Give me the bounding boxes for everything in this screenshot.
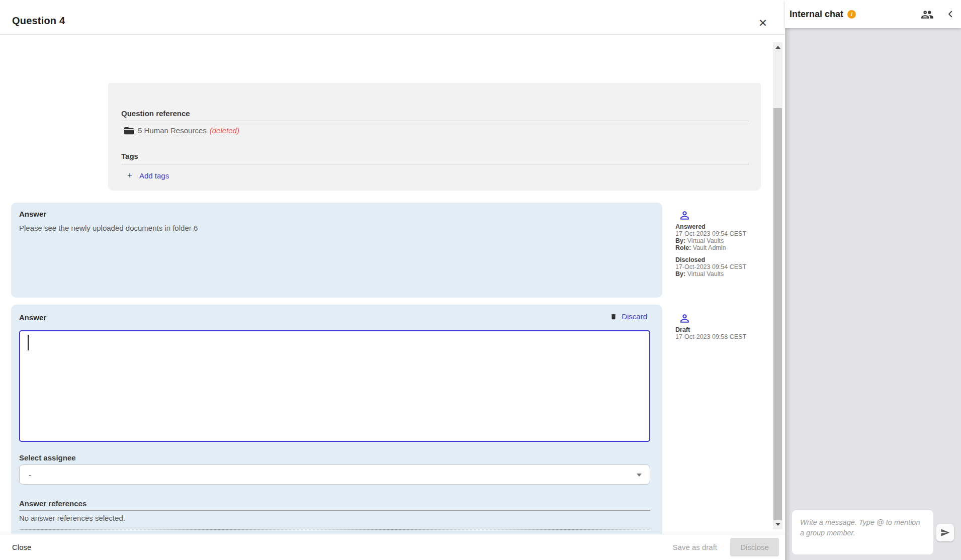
- divider: [121, 164, 749, 164]
- person-icon: [678, 209, 691, 222]
- chat-input-container: [792, 510, 933, 554]
- draft-label: Draft: [675, 326, 756, 333]
- scrollbar[interactable]: [773, 42, 782, 529]
- chevron-left-icon: [946, 10, 955, 19]
- send-icon: [940, 528, 950, 537]
- close-icon: ✕: [758, 17, 767, 29]
- question-details-panel: Question reference 5 Human Resources (de…: [108, 83, 761, 190]
- add-tags-button[interactable]: + Add tags: [127, 170, 169, 180]
- assignee-select[interactable]: -: [19, 464, 650, 485]
- draft-answer-panel: Answer Discard Select assignee - Answer …: [11, 305, 662, 549]
- divider: [121, 121, 749, 121]
- collapse-chat-button[interactable]: [946, 10, 955, 19]
- plus-icon: +: [127, 170, 132, 180]
- chat-header: Internal chat i: [785, 0, 961, 28]
- references-empty-text: No answer references selected.: [19, 514, 125, 522]
- assignee-label: Select assignee: [19, 453, 76, 462]
- chat-message-input[interactable]: [792, 510, 933, 554]
- send-button[interactable]: [936, 524, 954, 541]
- answered-by: By: Virtual Vaults: [675, 237, 756, 244]
- answer-heading: Answer: [19, 313, 46, 322]
- close-footer-button[interactable]: Close: [12, 543, 31, 551]
- draft-timestamp: 17-Oct-2023 09:58 CEST: [675, 333, 756, 340]
- folder-icon: [124, 127, 134, 135]
- assignee-value: -: [29, 471, 31, 479]
- chat-members-button[interactable]: [921, 9, 934, 20]
- disclosed-timestamp: 17-Oct-2023 09:54 CEST: [675, 263, 756, 270]
- answer-textarea[interactable]: [19, 330, 650, 442]
- disclose-button[interactable]: Disclose: [730, 538, 779, 556]
- answer-heading: Answer: [19, 210, 654, 218]
- answered-timestamp: 17-Oct-2023 09:54 CEST: [675, 230, 756, 237]
- divider: [19, 510, 650, 511]
- scrollbar-thumb[interactable]: [773, 108, 782, 520]
- question-dialog: Question 4 ✕ Question reference 5 Human …: [0, 0, 785, 560]
- answer-text: Please see the newly uploaded documents …: [19, 224, 654, 232]
- answered-role: Role: Vault Admin: [675, 244, 756, 251]
- dotted-divider: [19, 529, 650, 530]
- people-icon: [921, 9, 934, 20]
- trash-icon: [610, 313, 617, 321]
- draft-answer-meta: Draft 17-Oct-2023 09:58 CEST: [675, 312, 756, 340]
- question-reference-item: 5 Human Resources (deleted): [124, 126, 239, 135]
- disclosed-by: By: Virtual Vaults: [675, 270, 756, 277]
- tags-heading: Tags: [121, 152, 138, 160]
- scroll-up-arrow-icon[interactable]: [773, 43, 782, 51]
- page-title: Question 4: [12, 15, 65, 27]
- question-reference-name: 5 Human Resources: [138, 126, 207, 135]
- question-reference-heading: Question reference: [121, 109, 190, 118]
- text-caret: [28, 335, 29, 350]
- disclosed-label: Disclosed: [675, 256, 756, 263]
- dialog-scroll-area: Question reference 5 Human Resources (de…: [0, 35, 785, 534]
- discard-label: Discard: [622, 312, 647, 321]
- question-reference-deleted-badge: (deleted): [210, 126, 239, 135]
- internal-chat-panel: Internal chat i: [785, 0, 961, 560]
- close-button[interactable]: ✕: [755, 16, 770, 31]
- dialog-header: Question 4 ✕: [0, 0, 785, 35]
- scroll-down-arrow-icon[interactable]: [773, 520, 782, 528]
- references-heading: Answer references: [19, 499, 86, 508]
- add-tags-label: Add tags: [139, 171, 169, 180]
- info-icon: i: [847, 10, 856, 19]
- dialog-footer: Close Save as draft Disclose: [0, 534, 785, 560]
- disclosed-answer-panel: Answer Please see the newly uploaded doc…: [11, 203, 662, 298]
- chat-title: Internal chat: [790, 9, 843, 20]
- disclosed-answer-meta: Answered 17-Oct-2023 09:54 CEST By: Virt…: [675, 209, 756, 277]
- person-icon: [678, 312, 691, 325]
- discard-button[interactable]: Discard: [610, 312, 647, 321]
- answered-label: Answered: [675, 223, 756, 230]
- save-draft-button[interactable]: Save as draft: [673, 543, 717, 551]
- dropdown-arrow-icon: [637, 474, 642, 477]
